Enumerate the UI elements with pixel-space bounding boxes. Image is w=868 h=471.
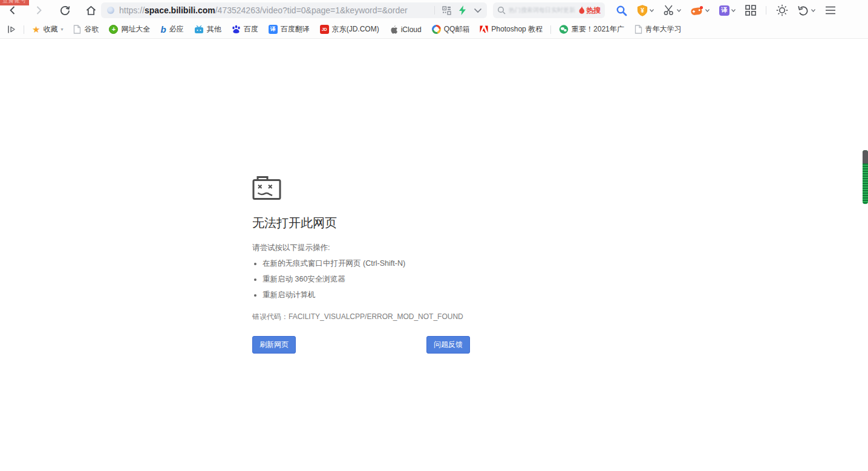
bookmark-item-google[interactable]: 谷歌 [71,23,101,36]
bookmark-item-baidu[interactable]: 百度 [229,23,261,36]
hot-search-button[interactable]: 热搜 [578,5,601,16]
caret-down-icon [731,9,736,12]
undo-menu[interactable] [798,5,815,16]
bookmark-label: QQ邮箱 [444,24,470,35]
search-icon [497,6,506,15]
error-tips-list: 在新的无痕式窗口中打开网页 (Ctrl-Shift-N) 重新启动 360安全浏… [252,258,470,300]
theme-sun-icon[interactable] [776,4,788,16]
error-code-line: 错误代码：FACILITY_VISUALCPP/ERROR_MOD_NOT_FO… [252,312,470,322]
feedback-button[interactable]: 问题反馈 [426,336,470,354]
error-title: 无法打开此网页 [252,215,470,231]
expand-panel-icon [7,25,16,34]
bookmark-item-other[interactable]: 其他 [192,23,224,36]
bookmark-item-nav[interactable]: + 网址大全 [106,23,152,36]
star-icon: ★ [32,25,40,34]
bookmark-label: 青年大学习 [645,24,682,35]
refresh-icon [59,5,71,16]
bookmark-item-baidu-translate[interactable]: 译 百度翻译 [266,23,312,36]
wallet-shield-menu[interactable]: ¥ [637,5,654,16]
back-button[interactable] [6,4,19,17]
caret-down-icon [677,9,681,12]
caret-down-icon [811,9,815,12]
bookmark-label: Photoshop 教程 [491,24,543,35]
error-code-label: 错误代码： [252,312,289,321]
bookmark-item-qqmail[interactable]: QQ邮箱 [429,23,472,36]
bookmark-item-important[interactable]: 重要！2021年广 [556,23,627,36]
refresh-page-button[interactable]: 刷新网页 [252,336,296,354]
bookmark-item-photoshop[interactable]: Photoshop 教程 [477,23,545,36]
bookmark-item-youth-study[interactable]: 青年大学习 [632,23,684,36]
page-content: 无法打开此网页 请尝试按以下提示操作: 在新的无痕式窗口中打开网页 (Ctrl-… [0,39,868,471]
page-icon [635,25,642,34]
bing-icon: b [160,25,166,34]
refresh-button[interactable] [58,4,71,17]
back-icon [7,5,18,16]
bookmark-label: iCloud [401,25,422,34]
urlbar-chevron-down-icon[interactable] [474,8,482,13]
url-text[interactable]: https://space.bilibili.com/473524263/vid… [119,5,431,15]
shield-yen-icon: ¥ [637,5,648,16]
error-tip: 在新的无痕式窗口中打开网页 (Ctrl-Shift-N) [263,258,470,269]
baidu-paw-icon [232,25,241,34]
find-search-icon[interactable] [616,5,627,16]
undo-icon [798,5,809,16]
url-host: space.bilibili.com [145,5,215,15]
apple-icon [390,25,398,35]
search-placeholder: 热门搜索词每日实时更新 [509,6,578,15]
bookmarks-expand-button[interactable] [5,24,18,35]
caret-down-icon: ▾ [60,27,63,32]
sad-folder-icon [252,175,281,200]
qr-code-icon[interactable] [442,6,451,15]
home-icon [85,5,97,16]
favorites-menu[interactable]: ★ 收藏 ▾ [30,23,65,36]
bookmark-label: 百度 [244,24,258,35]
page-icon [73,25,81,34]
bookmarks-bar: ★ 收藏 ▾ 谷歌 + 网址大全 b 必应 其他 百度 [0,21,868,39]
menu-hamburger-icon[interactable] [825,6,836,15]
forward-icon [33,5,44,16]
bookmarks-divider [24,25,24,34]
favorites-label: 收藏 [43,24,57,35]
home-button[interactable] [84,4,97,17]
translate-menu[interactable]: 译 [719,5,736,16]
bookmarks-divider [550,25,551,34]
error-tip: 重新启动计算机 [263,289,470,300]
apps-grid-icon[interactable] [745,5,756,16]
browser-toolbar: https://space.bilibili.com/473524263/vid… [0,0,868,21]
error-page: 无法打开此网页 请尝试按以下提示操作: 在新的无痕式窗口中打开网页 (Ctrl-… [252,175,470,354]
corner-tab-badge: 豆瓣账号 [0,0,29,5]
qq-mail-icon [432,25,441,34]
bookmark-label: 其他 [207,24,221,35]
bookmark-label: 谷歌 [84,24,99,35]
bookmark-label: 必应 [169,24,184,35]
adobe-icon [480,25,488,33]
search-box[interactable]: 热门搜索词每日实时更新 热搜 [493,2,605,18]
urlbar-divider [434,6,435,15]
games-menu[interactable] [691,5,710,16]
jd-icon: JD [320,25,329,34]
gamepad-icon [691,5,703,16]
baidu-translate-icon: 译 [269,25,278,34]
wechat-icon [559,25,569,34]
speed-mode-lightning-icon[interactable] [458,5,466,15]
error-tips-label: 请尝试按以下提示操作: [252,243,470,253]
svg-text:¥: ¥ [641,7,644,13]
scrollbar-thumb[interactable] [863,150,868,204]
forward-button[interactable] [32,4,45,17]
caret-down-icon [705,9,710,12]
toolbar-icons: ¥ [616,4,836,16]
url-path: /473524263/video?tid=0&page=1&keyword=&o… [215,5,408,15]
error-tip: 重新启动 360安全浏览器 [263,274,470,285]
url-scheme: https:// [119,5,145,15]
bookmark-item-jd[interactable]: JD 京东(JD.COM) [318,23,382,36]
address-bar[interactable]: https://space.bilibili.com/473524263/vid… [101,2,487,18]
error-code-value: FACILITY_VISUALCPP/ERROR_MOD_NOT_FOUND [289,312,463,321]
screenshot-menu[interactable] [664,5,681,16]
bilibili-tv-icon [194,25,204,34]
caret-down-icon [650,9,654,12]
bookmark-item-bing[interactable]: b 必应 [158,23,186,36]
bookmark-item-icloud[interactable]: iCloud [387,24,424,36]
site-info-icon[interactable] [107,7,114,14]
bookmark-label: 百度翻译 [281,24,310,35]
bookmark-label: 重要！2021年广 [572,24,624,35]
